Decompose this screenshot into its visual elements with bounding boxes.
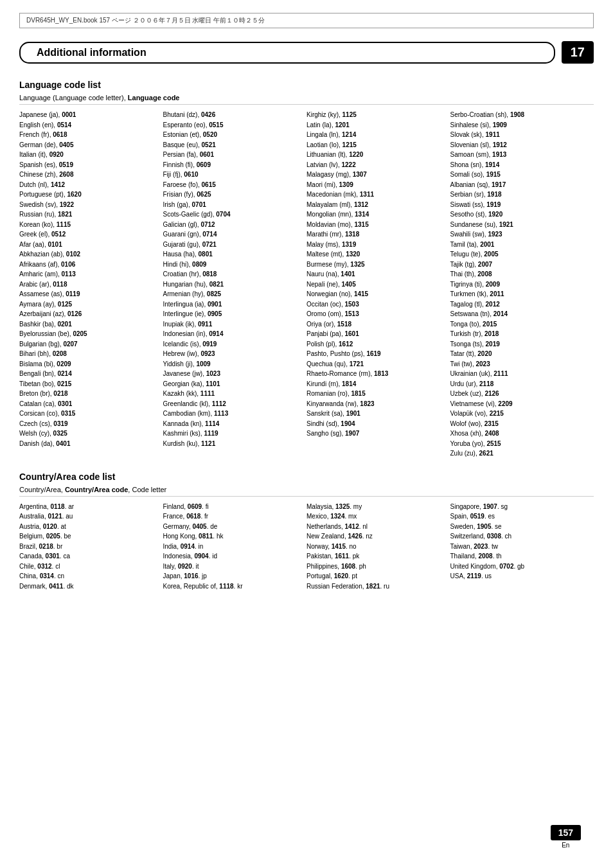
language-code-entry: Amharic (am), 0113 [19, 269, 158, 279]
country-code-grid: Argentina, 0118. arAustralia, 0121. auAu… [19, 502, 594, 592]
language-code-entry: Welsh (cy), 0325 [19, 429, 158, 439]
language-code-entry: Persian (fa), 0601 [163, 150, 302, 160]
language-code-entry: Bengali (bn), 0214 [19, 369, 158, 379]
language-code-entry: Moldavian (mo), 1315 [306, 220, 445, 230]
language-code-entry: Kannada (kn), 1114 [163, 419, 302, 429]
chapter-title-box: Additional information [19, 42, 555, 64]
language-code-entry: Catalan (ca), 0301 [19, 399, 158, 409]
language-code-entry: Icelandic (is), 0919 [163, 339, 302, 350]
language-code-entry: Finnish (fi), 0609 [163, 160, 302, 170]
language-code-entry: Setswana (tn), 2014 [450, 309, 589, 319]
language-code-entry: Tonga (to), 2015 [450, 319, 589, 330]
language-section-subtitle: Language (Language code letter), Languag… [19, 94, 594, 105]
language-code-entry: Korean (ko), 1115 [19, 220, 158, 230]
language-code-entry: Oromo (om), 1513 [306, 309, 445, 319]
country-column-4: Singapore, 1907. sgSpain, 0519. esSweden… [450, 502, 594, 592]
language-code-entry: Interlingua (ia), 0901 [163, 299, 302, 310]
language-code-entry: Greenlandic (kl), 1112 [163, 399, 302, 409]
country-code-entry: Switzerland, 0308. ch [450, 531, 589, 542]
language-code-entry: Pashto, Pushto (ps), 1619 [306, 349, 445, 359]
country-code-entry: Spain, 0519. es [450, 511, 589, 522]
language-code-entry: Laotian (lo), 1215 [306, 140, 445, 150]
language-code-entry: Hebrew (iw), 0923 [163, 349, 302, 359]
language-code-entry: Quechua (qu), 1721 [306, 359, 445, 369]
language-code-entry: Swedish (sv), 1922 [19, 200, 158, 210]
language-code-entry: Greek (el), 0512 [19, 229, 158, 240]
language-column-1: Japanese (ja), 0001English (en), 0514Fre… [19, 110, 163, 459]
page-lang: En [562, 842, 569, 849]
language-column-3: Kirghiz (ky), 1125Latin (la), 1201Lingal… [306, 110, 450, 459]
country-code-entry: Taiwan, 2023. tw [450, 542, 589, 552]
language-code-entry: Nauru (na), 1401 [306, 269, 445, 279]
country-subtitle-plain: Country/Area, [19, 486, 65, 493]
language-code-entry: Tagalog (tl), 2012 [450, 299, 589, 310]
country-code-entry: India, 0914. in [163, 542, 302, 552]
country-section-subtitle: Country/Area, Country/Area code, Code le… [19, 486, 594, 497]
language-code-entry: Telugu (te), 2005 [450, 249, 589, 260]
language-code-entry: Bulgarian (bg), 0207 [19, 339, 158, 350]
language-code-entry: Sinhalese (si), 1909 [450, 120, 589, 130]
language-code-entry: Hungarian (hu), 0821 [163, 279, 302, 290]
language-code-entry: Shona (sn), 1914 [450, 160, 589, 170]
language-code-entry: Armenian (hy), 0825 [163, 289, 302, 299]
language-code-entry: Romanian (ro), 1815 [306, 389, 445, 399]
language-code-entry: Kirundi (rn), 1814 [306, 379, 445, 389]
language-code-entry: Czech (cs), 0319 [19, 419, 158, 429]
language-code-entry: Faroese (fo), 0615 [163, 180, 302, 190]
subtitle-plain: Language (Language code letter), [19, 94, 128, 102]
language-code-entry: Sindhi (sd), 1904 [306, 419, 445, 429]
language-code-entry: Sundanese (su), 1921 [450, 220, 589, 230]
language-code-entry: Tatar (tt), 2020 [450, 349, 589, 359]
language-code-entry: Kinyarwanda (rw), 1823 [306, 399, 445, 409]
language-code-entry: Afrikaans (af), 0106 [19, 260, 158, 270]
language-code-entry: Kirghiz (ky), 1125 [306, 110, 445, 120]
language-code-entry: Thai (th), 2008 [450, 269, 589, 279]
language-code-entry: Lithuanian (lt), 1220 [306, 150, 445, 160]
language-code-entry: Urdu (ur), 2118 [450, 379, 589, 389]
language-code-entry: Latvian (lv), 1222 [306, 160, 445, 170]
language-code-entry: Dutch (nl), 1412 [19, 180, 158, 190]
language-code-entry: Somali (so), 1915 [450, 170, 589, 180]
country-code-entry: Japan, 1016. jp [163, 571, 302, 581]
language-code-entry: Portuguese (pt), 1620 [19, 190, 158, 200]
language-code-entry: Abkhazian (ab), 0102 [19, 249, 158, 260]
header-bar: DVR645H_WY_EN.book 157 ページ ２００６年７月５日 水曜日… [19, 13, 594, 28]
language-code-entry: Danish (da), 0401 [19, 439, 158, 449]
language-code-entry: Bhutani (dz), 0426 [163, 110, 302, 120]
language-code-entry: Uzbek (uz), 2126 [450, 389, 589, 399]
language-code-entry: Albanian (sq), 1917 [450, 180, 589, 190]
language-code-entry: Hindi (hi), 0809 [163, 260, 302, 270]
country-code-entry: Mexico, 1324. mx [306, 511, 445, 522]
language-code-entry: Hausa (ha), 0801 [163, 249, 302, 260]
country-subtitle-plain2: , Code letter [128, 486, 166, 493]
country-code-entry: Finland, 0609. fi [163, 502, 302, 512]
country-code-entry: Korea, Republic of, 1118. kr [163, 581, 302, 592]
country-code-entry: Denmark, 0411. dk [19, 581, 158, 592]
country-code-entry: Chile, 0312. cl [19, 562, 158, 572]
language-code-entry: Interlingue (ie), 0905 [163, 309, 302, 319]
country-code-entry: Pakistan, 1611. pk [306, 551, 445, 562]
language-code-entry: Slovenian (sl), 1912 [450, 140, 589, 150]
language-code-entry: Assamese (as), 0119 [19, 289, 158, 299]
country-code-entry: Sweden, 1905. se [450, 522, 589, 532]
country-code-entry: Malaysia, 1325. my [306, 502, 445, 512]
language-code-entry: Rhaeto-Romance (rm), 1813 [306, 369, 445, 379]
language-code-entry: Latin (la), 1201 [306, 120, 445, 130]
language-code-entry: Nepali (ne), 1405 [306, 279, 445, 290]
language-code-entry: Chinese (zh), 2608 [19, 170, 158, 180]
country-code-entry: Brazil, 0218. br [19, 542, 158, 552]
page-number-box: 157 [551, 825, 581, 840]
language-code-entry: Maori (mi), 1309 [306, 180, 445, 190]
chapter-header: Additional information 17 [19, 41, 594, 64]
language-code-entry: Macedonian (mk), 1311 [306, 190, 445, 200]
language-code-entry: Arabic (ar), 0118 [19, 279, 158, 290]
country-section-title: Country/Area code list [19, 472, 594, 482]
country-code-entry: Italy, 0920. it [163, 562, 302, 572]
language-code-entry: Twi (tw), 2023 [450, 359, 589, 369]
country-code-section: Country/Area code list Country/Area, Cou… [19, 472, 594, 592]
country-code-entry: France, 0618. fr [163, 511, 302, 522]
country-column-1: Argentina, 0118. arAustralia, 0121. auAu… [19, 502, 163, 592]
language-code-entry: Gujarati (gu), 0721 [163, 240, 302, 250]
country-code-entry: Indonesia, 0904. id [163, 551, 302, 562]
language-code-entry: Fiji (fj), 0610 [163, 170, 302, 180]
